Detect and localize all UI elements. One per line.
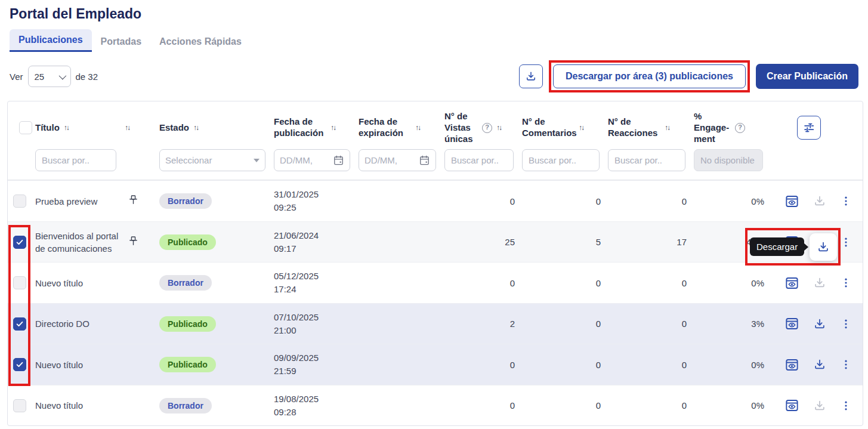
filter-status-select[interactable]: Seleccionar xyxy=(159,149,265,171)
tab-portadas[interactable]: Portadas xyxy=(92,31,150,52)
row-preview-button[interactable] xyxy=(784,316,799,331)
row-engagement: 3% xyxy=(694,319,771,329)
row-title: Nuevo título xyxy=(35,359,125,371)
annotation-box-download-area: Descargar por área (3) publicaciones xyxy=(549,60,750,92)
row-comments: 0 xyxy=(522,196,608,206)
row-reactions: 0 xyxy=(608,360,694,370)
row-pub-date: 07/10/202521:00 xyxy=(274,311,359,337)
status-badge: Publicado xyxy=(159,234,216,250)
table-row: Bienvenidos al portal de comunicacionesP… xyxy=(8,221,863,263)
calendar-icon xyxy=(333,155,344,166)
download-by-area-button[interactable]: Descargar por área (3) publicaciones xyxy=(553,64,746,88)
row-pub-date: 05/12/202517:24 xyxy=(274,270,359,296)
sort-title-icon[interactable]: ↑↓ xyxy=(64,124,69,132)
sort-reactions-icon[interactable]: ↑↓ xyxy=(665,124,669,132)
row-engagement: 0% xyxy=(694,278,771,288)
sort-exp-date-icon[interactable]: ↑↓ xyxy=(415,124,420,132)
chevron-down-icon xyxy=(58,72,66,79)
row-checkbox[interactable] xyxy=(13,236,26,249)
row-checkbox[interactable] xyxy=(13,358,26,371)
help-engagement-icon[interactable]: ? xyxy=(735,123,745,133)
row-menu-button[interactable] xyxy=(840,276,852,289)
sort-status-icon[interactable]: ↑↓ xyxy=(193,124,198,132)
row-download-button[interactable] xyxy=(813,317,826,331)
preview-eye-icon xyxy=(784,357,799,372)
row-checkbox[interactable] xyxy=(13,399,26,412)
row-menu-button[interactable] xyxy=(840,399,852,412)
row-download-button xyxy=(813,195,826,208)
check-icon xyxy=(16,360,24,369)
column-comments: N° de Comentarios xyxy=(522,116,574,139)
filter-comments-input[interactable] xyxy=(522,149,600,171)
column-status: Estado xyxy=(159,122,189,134)
row-views: 25 xyxy=(444,237,522,247)
pin-icon xyxy=(127,194,140,206)
row-download-button-highlighted[interactable] xyxy=(810,233,837,261)
row-views: 0 xyxy=(444,400,522,411)
download-all-button[interactable] xyxy=(519,64,543,88)
status-badge: Borrador xyxy=(159,398,212,413)
filter-reactions-input[interactable] xyxy=(608,149,685,171)
column-settings-button[interactable] xyxy=(797,116,821,140)
table-row: Directorio DOPublicado07/10/202521:00200… xyxy=(8,303,863,344)
row-checkbox[interactable] xyxy=(13,276,26,289)
row-reactions: 0 xyxy=(608,196,694,206)
row-comments: 0 xyxy=(522,400,608,411)
row-preview-button[interactable] xyxy=(784,357,799,372)
kebab-menu-icon xyxy=(840,399,852,412)
tab-publicaciones[interactable]: Publicaciones xyxy=(10,29,92,52)
preview-eye-icon xyxy=(784,398,799,413)
tab-acciones-rapidas[interactable]: Acciones Rápidas xyxy=(150,31,251,52)
download-icon xyxy=(525,70,537,82)
row-checkbox[interactable] xyxy=(13,317,26,331)
row-reactions: 0 xyxy=(608,400,694,411)
row-views: 0 xyxy=(444,278,522,288)
create-publication-button[interactable]: Crear Publicación xyxy=(756,64,858,89)
status-badge: Borrador xyxy=(159,193,212,209)
row-preview-button[interactable] xyxy=(784,194,799,209)
row-views: 0 xyxy=(444,360,522,370)
row-comments: 0 xyxy=(522,360,608,370)
row-title: Prueba preview xyxy=(35,195,125,208)
table-filter-row: Seleccionar DD/MM, DD/MM, xyxy=(8,147,863,180)
column-pub-date: Fecha de publicación xyxy=(274,116,326,139)
row-comments: 5 xyxy=(522,237,608,247)
row-menu-button[interactable] xyxy=(840,317,852,331)
kebab-menu-icon xyxy=(840,195,852,208)
download-icon xyxy=(817,240,830,254)
row-download-button[interactable] xyxy=(813,358,826,371)
check-icon xyxy=(16,238,24,246)
download-icon xyxy=(813,276,826,289)
row-reactions: 17 xyxy=(608,237,694,247)
filter-title-input[interactable] xyxy=(35,149,116,171)
select-all-checkbox[interactable] xyxy=(19,121,32,134)
row-title: Nuevo título xyxy=(35,399,125,412)
row-download-button xyxy=(813,276,826,289)
preview-eye-icon xyxy=(784,276,799,291)
download-icon xyxy=(813,358,826,371)
page-size-select[interactable]: 25 xyxy=(28,66,71,87)
row-menu-button[interactable] xyxy=(840,358,852,371)
kebab-menu-icon xyxy=(840,317,852,331)
total-count-label: de 32 xyxy=(76,72,98,82)
row-preview-button[interactable] xyxy=(784,398,799,413)
row-reactions: 0 xyxy=(608,319,694,329)
page-header: Portal del Empleado Publicaciones Portad… xyxy=(0,0,868,52)
row-menu-button[interactable] xyxy=(840,195,852,208)
filter-views-input[interactable] xyxy=(444,149,514,171)
sort-pinned-icon[interactable]: ↑↓ xyxy=(125,124,129,132)
sort-comments-icon[interactable]: ↑↓ xyxy=(579,124,583,132)
help-views-icon[interactable]: ? xyxy=(482,123,492,133)
calendar-icon xyxy=(419,155,430,166)
sort-pub-date-icon[interactable]: ↑↓ xyxy=(330,124,335,132)
row-preview-button[interactable] xyxy=(784,276,799,291)
filter-exp-date-input[interactable]: DD/MM, xyxy=(359,149,436,171)
row-engagement: 0% xyxy=(694,360,771,370)
row-menu-button[interactable] xyxy=(840,236,852,249)
filter-pub-date-input[interactable]: DD/MM, xyxy=(274,149,350,171)
sort-views-icon[interactable]: ↑↓ xyxy=(496,124,501,132)
pin-icon xyxy=(127,235,140,248)
row-title: Nuevo título xyxy=(35,277,125,289)
row-checkbox[interactable] xyxy=(13,195,26,208)
table-row: Nuevo títuloBorrador19/08/202509:280000% xyxy=(8,385,863,426)
